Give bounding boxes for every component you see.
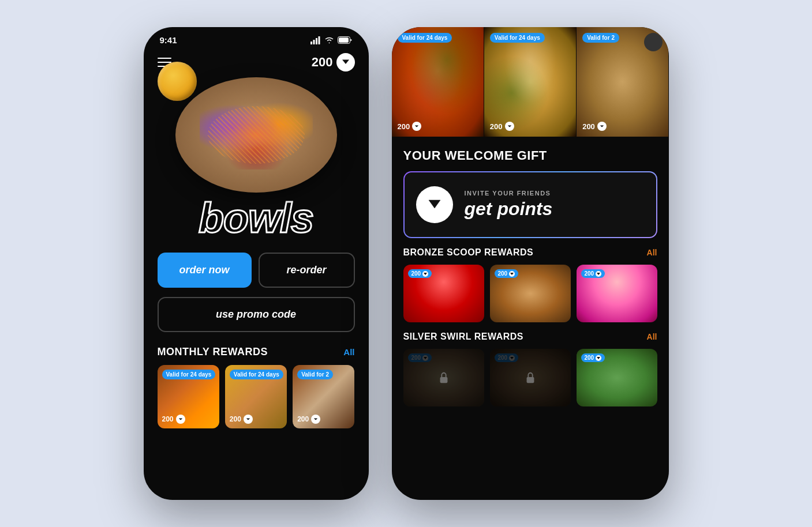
avatar	[158, 62, 197, 101]
points-label: 200	[162, 415, 185, 424]
points-label: 200	[581, 269, 605, 278]
promo-code-button[interactable]: use promo code	[158, 297, 355, 332]
valid-badge: Valid for 2	[582, 33, 619, 43]
battery-icon	[338, 36, 353, 44]
silver-rewards-section: SILVER SWIRL REWARDS All 200	[392, 332, 669, 416]
svg-marker-8	[246, 418, 250, 420]
svg-rect-2	[316, 38, 317, 44]
points-label: 200	[398, 122, 422, 131]
list-item[interactable]: Valid for 24 days 200	[392, 27, 484, 137]
list-item[interactable]: Valid for 24 days 200	[225, 365, 287, 428]
valid-badge: Valid for 24 days	[398, 33, 452, 43]
top-rewards-row: Valid for 24 days 200 Valid for 24 days …	[392, 27, 669, 137]
v-small-icon	[597, 122, 607, 131]
svg-marker-11	[507, 125, 511, 127]
invite-main-text: get points	[465, 199, 645, 219]
v-small-icon	[505, 122, 514, 131]
status-bar: 9:41	[144, 27, 369, 45]
svg-rect-3	[318, 36, 320, 44]
points-label: 200	[581, 353, 605, 362]
right-phone: Valid for 24 days 200 Valid for 24 days …	[392, 27, 669, 500]
main-container: 9:41	[121, 4, 692, 523]
silver-rewards-row: 200 200	[403, 349, 657, 406]
lock-overlay	[403, 349, 484, 406]
brand-logo	[416, 186, 453, 223]
v-small-icon	[311, 415, 320, 424]
close-icon	[644, 33, 663, 51]
svg-marker-6	[342, 60, 349, 65]
points-label: 200	[408, 269, 432, 278]
v-small-icon	[176, 415, 185, 424]
category-title: bowls	[144, 197, 369, 239]
monthly-rewards-row: Valid for 24 days 200 Valid for 24 days …	[144, 365, 369, 428]
svg-marker-10	[415, 125, 418, 127]
points-label: 200	[582, 122, 607, 131]
v-small-icon	[412, 122, 421, 131]
wifi-icon	[324, 36, 334, 44]
v-small-icon	[244, 415, 253, 424]
list-item[interactable]: 200	[490, 349, 571, 406]
list-item[interactable]: Valid for 2 200	[293, 365, 354, 428]
status-icons	[310, 36, 353, 44]
invite-card[interactable]: INVITE YOUR FRIENDS get points	[403, 171, 657, 238]
svg-rect-23	[440, 377, 447, 383]
svg-marker-7	[178, 418, 182, 420]
invite-subtitle: INVITE YOUR FRIENDS	[465, 190, 645, 197]
svg-rect-1	[313, 40, 315, 44]
list-item[interactable]: 200	[403, 349, 484, 406]
list-item[interactable]: 200	[577, 349, 657, 406]
v-logo-icon	[336, 53, 355, 71]
list-item[interactable]: 200	[403, 265, 484, 322]
list-item[interactable]: Valid for 24 days 200	[484, 27, 577, 137]
list-item[interactable]: 200	[577, 265, 657, 322]
points-label: 200	[230, 415, 253, 424]
svg-rect-0	[310, 42, 312, 44]
valid-badge: Valid for 24 days	[490, 33, 545, 43]
svg-marker-9	[314, 418, 317, 420]
signal-icon	[310, 36, 321, 44]
order-now-button[interactable]: order now	[158, 253, 252, 288]
list-item[interactable]: Valid for 2 200	[577, 27, 668, 137]
silver-rewards-title: SILVER SWIRL REWARDS	[403, 332, 524, 342]
points-label: 200	[495, 269, 519, 278]
bronze-rewards-title: BRONZE SCOOP REWARDS	[403, 247, 534, 258]
lock-overlay	[490, 349, 571, 406]
silver-rewards-all[interactable]: All	[647, 332, 657, 341]
svg-rect-5	[339, 37, 349, 43]
welcome-title: YOUR WELCOME GIFT	[403, 148, 657, 163]
monthly-rewards-all[interactable]: All	[343, 347, 354, 357]
left-phone: 9:41	[144, 27, 369, 500]
monthly-rewards-header: MONTHLY REWARDS All	[144, 346, 369, 358]
welcome-gift-section: YOUR WELCOME GIFT INVITE YOUR FRIENDS ge…	[392, 137, 669, 247]
list-item[interactable]: 200	[490, 265, 571, 322]
list-item[interactable]: Valid for 24 days 200	[158, 365, 219, 428]
food-bowl	[175, 77, 337, 193]
valid-badge: Valid for 24 days	[230, 370, 283, 379]
points-label: 200	[490, 122, 514, 131]
bronze-rewards-header: BRONZE SCOOP REWARDS All	[403, 247, 657, 258]
action-buttons: order now re-order	[144, 253, 369, 288]
points-display: 200	[312, 53, 355, 71]
monthly-rewards-title: MONTHLY REWARDS	[158, 346, 268, 358]
bronze-rewards-section: BRONZE SCOOP REWARDS All 200 200	[392, 247, 669, 332]
silver-rewards-header: SILVER SWIRL REWARDS All	[403, 332, 657, 342]
invite-text: INVITE YOUR FRIENDS get points	[465, 190, 645, 219]
bronze-rewards-row: 200 200 200	[403, 265, 657, 322]
svg-marker-12	[600, 125, 604, 127]
valid-badge: Valid for 24 days	[162, 370, 216, 379]
status-time: 9:41	[160, 35, 177, 45]
bronze-rewards-all[interactable]: All	[647, 248, 657, 257]
valid-badge: Valid for 2	[297, 370, 333, 379]
svg-rect-26	[526, 377, 534, 383]
reorder-button[interactable]: re-order	[259, 253, 355, 288]
points-label: 200	[297, 415, 320, 424]
